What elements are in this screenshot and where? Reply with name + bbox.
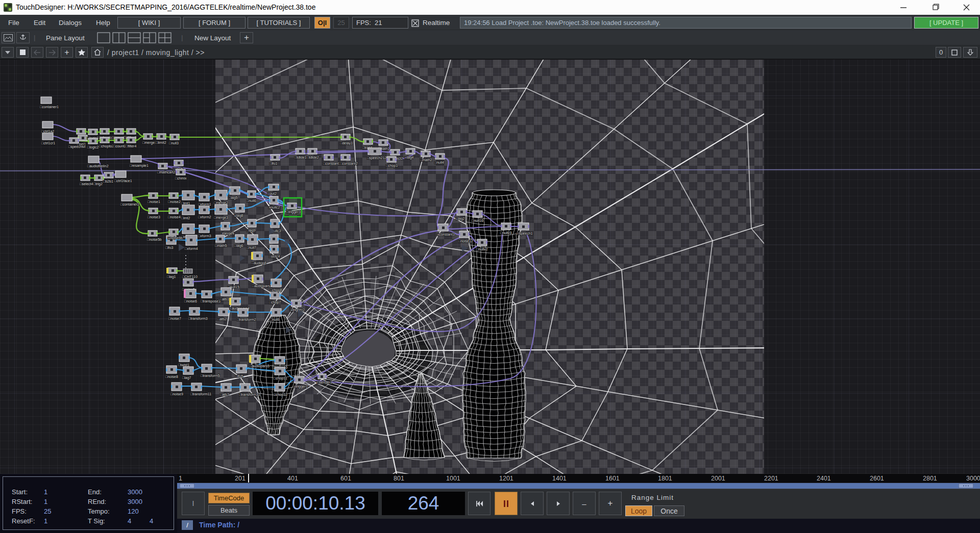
svg-text:□null3: □null3: [169, 141, 179, 145]
svg-text:□noise8: □noise8: [165, 375, 178, 378]
svg-text:□constant1: □constant1: [323, 162, 341, 165]
svg-text:□filter4: □filter4: [126, 144, 136, 148]
svg-text:□audiopars5: □audiopars5: [250, 364, 270, 368]
svg-text:□null7: □null7: [247, 246, 256, 249]
svg-text:□trigger1: □trigger1: [293, 385, 308, 389]
svg-text:□chop8: □chop8: [270, 288, 282, 292]
svg-text:□null4: □null4: [434, 161, 444, 164]
svg-text:□chop7: □chop7: [269, 300, 281, 304]
svg-text:□mathcart2: □mathcart2: [157, 170, 175, 174]
svg-text:□outc4: □outc4: [269, 255, 280, 258]
svg-text:□atb2: □atb2: [217, 317, 227, 321]
svg-text:□audiofileiIn2: □audiofileiIn2: [87, 164, 109, 168]
svg-text:□container2: □container2: [120, 202, 139, 206]
svg-text:□noise6: □noise6: [184, 299, 197, 303]
svg-text:□trigger3: □trigger3: [286, 210, 301, 214]
svg-text:□ctrl1face1: □ctrl1face1: [114, 179, 132, 183]
svg-text:□xform2: □xform2: [198, 215, 211, 219]
svg-text:□lfo3: □lfo3: [165, 246, 174, 249]
svg-text:□constant2: □constant2: [340, 162, 358, 165]
svg-text:□atb3: □atb3: [220, 393, 229, 396]
svg-text:□sender1: □sender1: [317, 380, 332, 384]
svg-text:□noise12: □noise12: [458, 239, 473, 243]
svg-text:□select4: □select4: [80, 182, 93, 186]
svg-text:□lag2: □lag2: [456, 217, 465, 221]
svg-text:□noise4: □noise4: [168, 215, 181, 219]
svg-text:□lfo1: □lfo1: [270, 162, 278, 165]
svg-text:□xform1: □xform1: [198, 202, 211, 206]
svg-text:□transform3: □transform3: [188, 317, 208, 320]
svg-text:□tdtde2: □tdtde2: [307, 156, 319, 159]
svg-text:□chop1: □chop1: [386, 164, 398, 168]
svg-text:□nullv3: □nullv3: [500, 231, 512, 235]
svg-text:□transform11: □transform11: [190, 392, 211, 396]
svg-text:□limit2: □limit2: [156, 141, 166, 144]
svg-text:□noise2: □noise2: [168, 200, 181, 204]
svg-text:□b2b1: □b2b1: [103, 180, 113, 183]
svg-text:□speech2128: □speech2128: [367, 156, 388, 160]
svg-text:□audiop6: □audiop6: [252, 261, 266, 265]
svg-text:□ctrl1a2: □ctrl1a2: [41, 130, 54, 133]
svg-text:□transform12: □transform12: [239, 393, 260, 396]
svg-text:□speechlvl: □speechlvl: [68, 145, 86, 149]
svg-text:□transpose3: □transpose3: [201, 299, 220, 303]
svg-text:□xform4: □xform4: [185, 247, 198, 250]
svg-text:□lfo5: □lfo5: [235, 374, 243, 378]
svg-text:□transform2: □transform2: [237, 318, 256, 321]
svg-text:□audiopars3: □audiopars3: [252, 284, 272, 288]
svg-text:□noise3: □noise3: [148, 215, 160, 219]
svg-text:□trigger2: □trigger2: [290, 308, 305, 312]
svg-text:□chop12: □chop12: [274, 393, 287, 397]
svg-text:□out2: □out2: [267, 192, 277, 195]
svg-text:□twist1: □twist1: [178, 363, 189, 367]
svg-text:□noise5b: □noise5b: [147, 238, 162, 241]
svg-text:□count2: □count2: [113, 144, 126, 148]
svg-text:□tdtde1: □tdtde1: [295, 156, 307, 159]
svg-text:□speech1: □speech1: [517, 232, 533, 236]
svg-text:□lag5: □lag5: [229, 196, 238, 200]
svg-text:□chopto2: □chopto2: [99, 144, 114, 148]
svg-text:□lag1: □lag1: [167, 275, 176, 279]
svg-text:□nullc2: □nullc2: [268, 206, 280, 209]
svg-text:□container1: □container1: [40, 105, 59, 109]
svg-text:□merge1: □merge1: [142, 141, 157, 145]
svg-text:□noise7: □noise7: [168, 317, 181, 320]
svg-text:□logic2: □logic2: [87, 145, 99, 149]
svg-text:□resample1: □resample1: [130, 164, 149, 168]
svg-text:□lag4: □lag4: [405, 156, 414, 160]
svg-text:□lag6: □lag6: [234, 244, 243, 248]
svg-text:□noise6b: □noise6b: [168, 236, 183, 240]
svg-text:□null9: □null9: [270, 318, 280, 321]
svg-text:□atb1: □atb1: [220, 297, 229, 301]
svg-text:□trig2: □trig2: [93, 182, 103, 186]
svg-text:□noise1: □noise1: [148, 200, 160, 204]
svg-text:□CHT110: □CHT110: [182, 275, 198, 278]
svg-text:□lmt2: □lmt2: [181, 216, 190, 220]
svg-text:□constant3: □constant3: [437, 233, 455, 236]
svg-text:□lag8: □lag8: [234, 214, 243, 218]
svg-text:□null6: □null6: [247, 199, 256, 202]
svg-text:□ctrl1cr1: □ctrl1cr1: [41, 141, 55, 145]
svg-text:□lmt1: □lmt1: [181, 201, 190, 205]
svg-text:□transform5: □transform5: [201, 374, 220, 377]
svg-text:□math2: □math2: [420, 158, 432, 162]
svg-text:□chmix: □chmix: [175, 176, 187, 180]
svg-text:□chop11: □chop11: [274, 376, 287, 380]
svg-text:□merge3: □merge3: [214, 216, 228, 220]
svg-text:□math5: □math5: [215, 244, 227, 247]
svg-text:□noise9: □noise9: [170, 392, 183, 396]
svg-text:□lag7: □lag7: [182, 376, 191, 380]
svg-text:□delay1: □delay1: [340, 141, 353, 145]
svg-text:□null16: □null16: [472, 219, 483, 222]
svg-text:□xform3: □xform3: [198, 234, 211, 238]
svg-text:□lag9: □lag9: [247, 229, 256, 233]
svg-text:□nullv2: □nullv2: [476, 247, 488, 251]
